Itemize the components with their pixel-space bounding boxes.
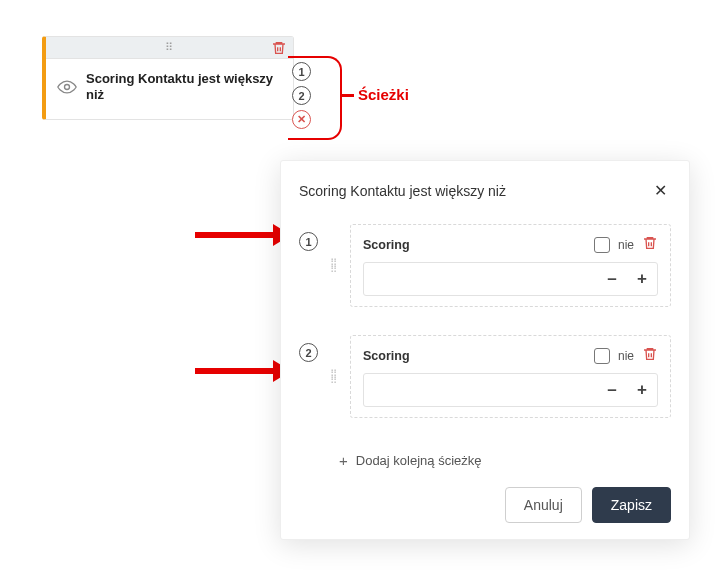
delete-path-button[interactable] [642, 346, 658, 365]
add-path-label: Dodaj kolejną ścieżkę [356, 453, 482, 468]
cancel-button-label: Anuluj [524, 497, 563, 513]
increment-button[interactable]: + [627, 263, 657, 295]
field-label: Scoring [363, 238, 586, 252]
negate-label: nie [618, 349, 634, 363]
panel-title: Scoring Kontaktu jest większy niż [299, 183, 506, 199]
number-input-group: – + [363, 262, 658, 296]
close-button[interactable]: ✕ [650, 179, 671, 202]
increment-button[interactable]: + [627, 374, 657, 406]
path-row: 1 ⠿⠿ Scoring nie – + [299, 224, 671, 307]
svg-point-0 [65, 85, 70, 90]
trash-icon [271, 40, 287, 56]
path-condition-header: Scoring nie [363, 235, 658, 254]
scoring-value-input[interactable] [364, 263, 597, 295]
annotation-arrow-2 [195, 368, 290, 374]
negate-checkbox[interactable] [594, 237, 610, 253]
negate-label: nie [618, 238, 634, 252]
cancel-button[interactable]: Anuluj [505, 487, 582, 523]
drag-handle-icon[interactable]: ⠿⠿ [330, 370, 338, 384]
workflow-node-card[interactable]: ⠿ Scoring Kontaktu jest większy niż [42, 36, 294, 120]
path-condition-box: Scoring nie – + [350, 335, 671, 418]
plus-icon: + [339, 452, 348, 469]
annotation-paths-label: Ścieżki [358, 86, 409, 103]
trash-icon [642, 346, 658, 362]
card-body: Scoring Kontaktu jest większy niż [46, 59, 293, 119]
number-input-group: – + [363, 373, 658, 407]
panel-header: Scoring Kontaktu jest większy niż ✕ [299, 179, 671, 202]
card-outlets: 1 2 ✕ [292, 62, 311, 129]
delete-card-button[interactable] [271, 40, 287, 59]
card-title: Scoring Kontaktu jest większy niż [86, 71, 281, 104]
decrement-button[interactable]: – [597, 263, 627, 295]
add-path-button[interactable]: + Dodaj kolejną ścieżkę [299, 446, 671, 483]
path-row: 2 ⠿⠿ Scoring nie – + [299, 335, 671, 418]
drag-handle-icon[interactable]: ⠿ [165, 42, 175, 53]
save-button[interactable]: Zapisz [592, 487, 671, 523]
outlet-1[interactable]: 1 [292, 62, 311, 81]
drag-handle-icon[interactable]: ⠿⠿ [330, 259, 338, 273]
path-condition-header: Scoring nie [363, 346, 658, 365]
outlet-else[interactable]: ✕ [292, 110, 311, 129]
card-header[interactable]: ⠿ [46, 37, 293, 59]
delete-path-button[interactable] [642, 235, 658, 254]
trash-icon [642, 235, 658, 251]
path-index-badge: 2 [299, 343, 318, 362]
scoring-value-input[interactable] [364, 374, 597, 406]
annotation-bracket-stub [340, 94, 354, 97]
annotation-arrow-1 [195, 232, 290, 238]
field-label: Scoring [363, 349, 586, 363]
save-button-label: Zapisz [611, 497, 652, 513]
panel-footer: Anuluj Zapisz [299, 483, 671, 523]
path-condition-box: Scoring nie – + [350, 224, 671, 307]
close-icon: ✕ [654, 182, 667, 199]
negate-checkbox[interactable] [594, 348, 610, 364]
decrement-button[interactable]: – [597, 374, 627, 406]
outlet-2[interactable]: 2 [292, 86, 311, 105]
path-index-badge: 1 [299, 232, 318, 251]
condition-editor-panel: Scoring Kontaktu jest większy niż ✕ 1 ⠿⠿… [280, 160, 690, 540]
eye-icon [56, 76, 78, 98]
